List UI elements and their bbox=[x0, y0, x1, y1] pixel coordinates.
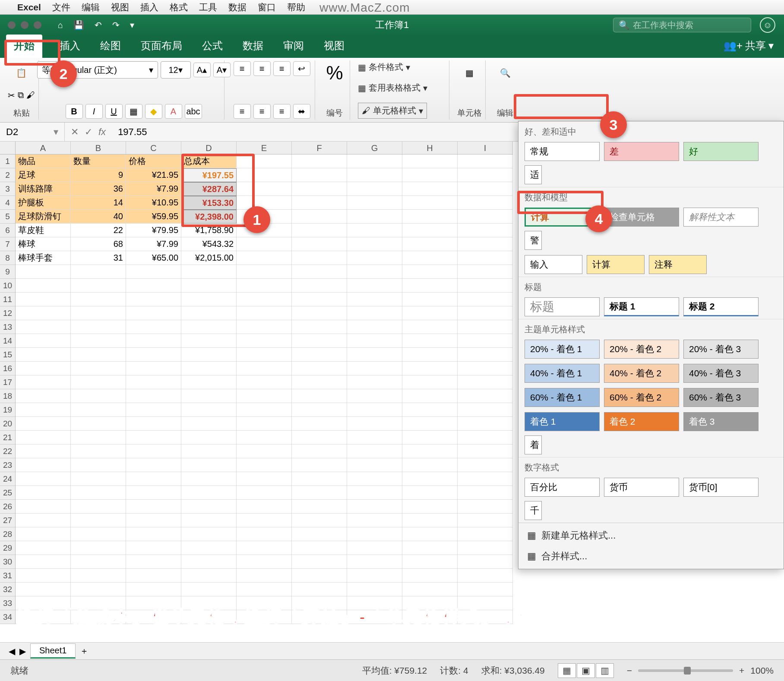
cell[interactable] bbox=[71, 458, 126, 472]
cell[interactable] bbox=[237, 486, 292, 500]
cell[interactable] bbox=[126, 417, 181, 431]
confirm-edit-icon[interactable]: ✓ bbox=[85, 126, 92, 138]
cell[interactable] bbox=[181, 306, 237, 320]
cell[interactable] bbox=[237, 541, 292, 555]
cell[interactable] bbox=[71, 583, 126, 596]
cell[interactable] bbox=[16, 265, 71, 279]
cell[interactable] bbox=[181, 279, 237, 293]
cell[interactable] bbox=[402, 514, 458, 527]
cell[interactable] bbox=[71, 527, 126, 541]
save-icon[interactable]: 💾 bbox=[73, 20, 84, 30]
cell[interactable] bbox=[347, 458, 402, 472]
row-header[interactable]: 11 bbox=[0, 293, 15, 306]
align-middle-icon[interactable]: ≡ bbox=[253, 61, 271, 76]
cell[interactable]: ¥21.95 bbox=[126, 168, 181, 182]
cell[interactable] bbox=[237, 403, 292, 417]
cell[interactable] bbox=[16, 320, 71, 334]
cell[interactable] bbox=[71, 375, 126, 389]
style-swatch[interactable]: 20% - 着色 1 bbox=[525, 340, 600, 359]
cell[interactable] bbox=[292, 555, 347, 569]
cell[interactable] bbox=[347, 541, 402, 555]
cell[interactable] bbox=[16, 569, 71, 583]
cell[interactable] bbox=[181, 514, 237, 527]
sheet-nav-next-icon[interactable]: ▶ bbox=[19, 646, 26, 656]
cell[interactable] bbox=[458, 569, 513, 583]
cell[interactable]: 40 bbox=[71, 210, 126, 224]
style-swatch[interactable]: 警 bbox=[525, 231, 542, 250]
cell[interactable] bbox=[71, 265, 126, 279]
cell[interactable] bbox=[347, 403, 402, 417]
cell[interactable] bbox=[458, 486, 513, 500]
cell[interactable] bbox=[181, 555, 237, 569]
cell[interactable]: 棒球 bbox=[16, 237, 71, 251]
cell[interactable]: 9 bbox=[71, 168, 126, 182]
grow-font-icon[interactable]: A▴ bbox=[193, 63, 211, 77]
cell[interactable] bbox=[71, 417, 126, 431]
cell[interactable] bbox=[402, 527, 458, 541]
cell[interactable] bbox=[402, 569, 458, 583]
home-icon[interactable]: ⌂ bbox=[58, 20, 63, 30]
tab-review[interactable]: 审阅 bbox=[281, 35, 307, 58]
cell[interactable] bbox=[458, 265, 513, 279]
cell[interactable] bbox=[292, 458, 347, 472]
cell[interactable] bbox=[347, 182, 402, 196]
cell[interactable] bbox=[71, 472, 126, 486]
cell[interactable] bbox=[402, 555, 458, 569]
cell[interactable] bbox=[402, 168, 458, 182]
cancel-edit-icon[interactable]: ✕ bbox=[71, 126, 79, 138]
menu-view[interactable]: 视图 bbox=[111, 1, 129, 13]
cell[interactable] bbox=[402, 403, 458, 417]
cell[interactable] bbox=[292, 541, 347, 555]
cell[interactable] bbox=[458, 472, 513, 486]
cell[interactable] bbox=[126, 279, 181, 293]
row-header[interactable]: 26 bbox=[0, 500, 15, 514]
cell[interactable] bbox=[402, 458, 458, 472]
cell[interactable] bbox=[16, 293, 71, 306]
style-swatch[interactable]: 40% - 着色 3 bbox=[683, 364, 759, 383]
cell[interactable] bbox=[402, 306, 458, 320]
cell[interactable] bbox=[292, 224, 347, 237]
cell[interactable] bbox=[237, 168, 292, 182]
cell[interactable] bbox=[237, 306, 292, 320]
style-swatch[interactable]: 60% - 着色 1 bbox=[525, 388, 600, 407]
cell[interactable]: 31 bbox=[71, 251, 126, 265]
cell[interactable] bbox=[458, 514, 513, 527]
shrink-font-icon[interactable]: A▾ bbox=[213, 63, 231, 77]
cell[interactable] bbox=[181, 293, 237, 306]
cell[interactable] bbox=[402, 362, 458, 375]
cell[interactable] bbox=[292, 583, 347, 596]
cell[interactable] bbox=[458, 417, 513, 431]
cell[interactable] bbox=[347, 320, 402, 334]
cell[interactable] bbox=[181, 445, 237, 458]
row-header[interactable]: 16 bbox=[0, 362, 15, 375]
align-center-icon[interactable]: ≡ bbox=[253, 104, 271, 119]
cell[interactable] bbox=[458, 431, 513, 445]
cell[interactable] bbox=[292, 445, 347, 458]
menu-help[interactable]: 帮助 bbox=[287, 1, 305, 13]
cell[interactable] bbox=[237, 458, 292, 472]
cell[interactable] bbox=[181, 265, 237, 279]
menu-data[interactable]: 数据 bbox=[228, 1, 247, 13]
cell[interactable]: ¥2,398.00 bbox=[181, 210, 237, 224]
row-header[interactable]: 8 bbox=[0, 251, 15, 265]
cell[interactable] bbox=[347, 389, 402, 403]
cell[interactable] bbox=[458, 348, 513, 362]
cell[interactable] bbox=[126, 375, 181, 389]
cell[interactable] bbox=[347, 196, 402, 210]
cell[interactable] bbox=[458, 375, 513, 389]
cell[interactable] bbox=[402, 472, 458, 486]
cell[interactable]: ¥7.99 bbox=[126, 237, 181, 251]
cell[interactable]: ¥1,758.90 bbox=[181, 224, 237, 237]
cell[interactable] bbox=[126, 569, 181, 583]
cell[interactable] bbox=[16, 431, 71, 445]
cell[interactable]: 数量 bbox=[71, 154, 126, 168]
cell[interactable] bbox=[458, 224, 513, 237]
row-header[interactable]: 13 bbox=[0, 320, 15, 334]
cell[interactable] bbox=[292, 472, 347, 486]
cell[interactable] bbox=[458, 306, 513, 320]
cell[interactable] bbox=[71, 445, 126, 458]
cell[interactable] bbox=[16, 445, 71, 458]
cell[interactable] bbox=[126, 389, 181, 403]
cell[interactable] bbox=[292, 403, 347, 417]
cell[interactable] bbox=[292, 431, 347, 445]
